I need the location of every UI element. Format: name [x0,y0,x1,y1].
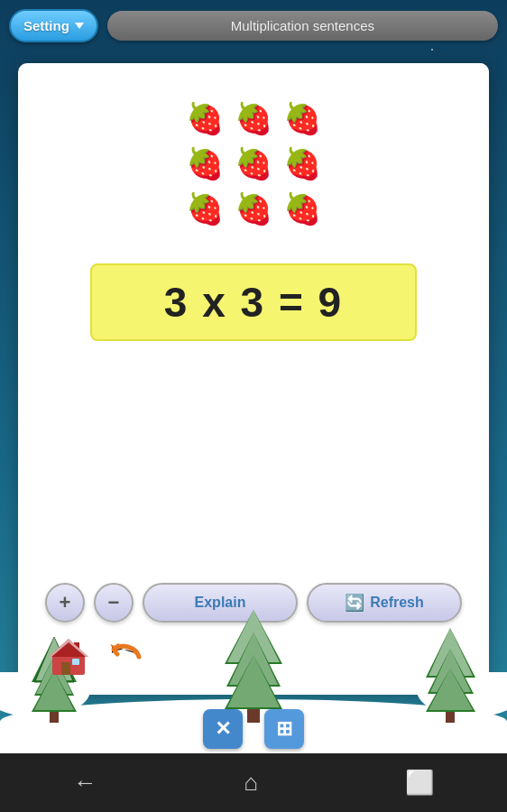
back-arrow-icon [105,637,146,673]
back-arrow-button[interactable] [105,637,146,673]
strawberry-3-2: 🍓 [235,189,272,227]
equation-box: 3 x 3 = 9 [90,263,417,341]
strawberry-2-1: 🍓 [186,144,224,182]
calculator-icon: ⊞ [276,717,292,741]
setting-label: Setting [23,18,69,33]
strawberry-1-2: 🍓 [235,99,272,137]
svg-rect-13 [50,712,59,723]
title-bar: Multiplication sentences [107,11,498,41]
back-nav-icon: ← [73,769,97,796]
home-button[interactable] [45,633,92,677]
strawberry-row-2: 🍓 🍓 🍓 [186,144,321,182]
card-bottom-icons [45,633,146,677]
tree-center-icon [217,605,290,723]
setting-button[interactable]: Setting [9,9,98,42]
tree-right-icon [421,623,480,723]
home-nav-icon: ⌂ [244,769,258,796]
tree-right [421,623,480,726]
multiply-app-icon[interactable]: ✕ [203,709,243,749]
svg-rect-27 [446,712,455,723]
top-bar: Setting Multiplication sentences [9,9,498,42]
strawberry-3-3: 🍓 [283,189,321,227]
equation-display: 3 x 3 = 9 [164,279,343,326]
house-icon [45,633,92,677]
recents-nav-icon: ⬜ [405,769,434,796]
center-bottom-icons: ✕ ⊞ [203,709,304,749]
svg-rect-4 [72,659,79,665]
chevron-down-icon [75,23,84,29]
svg-rect-2 [61,662,70,675]
strawberry-2-3: 🍓 [283,144,321,182]
strawberry-3-1: 🍓 [186,189,224,227]
back-nav-button[interactable]: ← [73,769,97,797]
main-card: 🍓 🍓 🍓 🍓 🍓 🍓 🍓 🍓 🍓 3 x 3 = 9 + − Explain [18,63,489,695]
strawberry-row-1: 🍓 🍓 🍓 [186,99,321,137]
multiply-icon: ✕ [215,717,231,741]
nav-bar: ← ⌂ ⬜ [0,753,507,812]
strawberry-1-3: 🍓 [283,99,321,137]
strawberry-2-2: 🍓 [235,144,272,182]
page-title: Multiplication sentences [231,18,374,33]
calculator-app-icon[interactable]: ⊞ [264,709,304,749]
strawberry-1-1: 🍓 [186,99,224,137]
recents-nav-button[interactable]: ⬜ [405,769,434,797]
strawberry-row-3: 🍓 🍓 🍓 [186,189,321,227]
tree-center [217,605,290,726]
strawberry-grid: 🍓 🍓 🍓 🍓 🍓 🍓 🍓 🍓 🍓 [36,99,471,227]
home-nav-button[interactable]: ⌂ [244,769,258,797]
